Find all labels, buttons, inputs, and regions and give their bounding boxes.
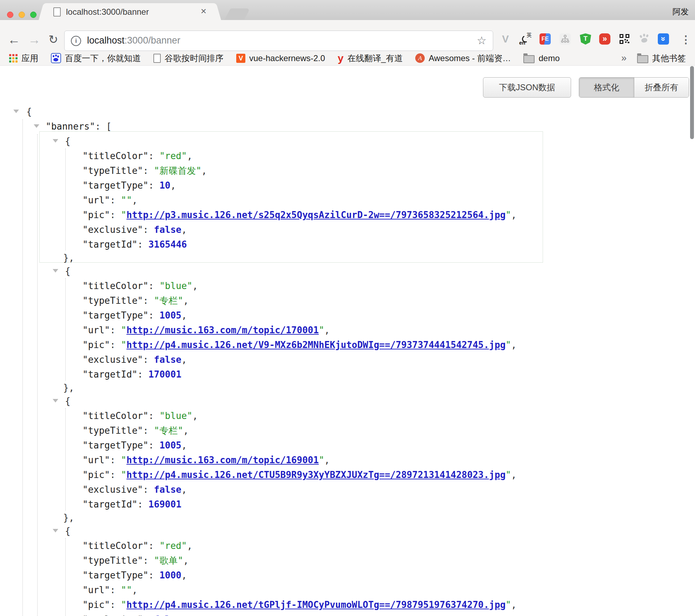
colon: :: [143, 484, 154, 495]
collapse-triangle[interactable]: [53, 529, 58, 532]
comma: ,: [183, 425, 189, 436]
page-icon: [153, 54, 161, 63]
json-key: "typeTitle": [82, 165, 143, 176]
close-window-button[interactable]: [7, 12, 13, 18]
folder-icon: [637, 55, 648, 63]
tab-close-icon[interactable]: ×: [201, 6, 206, 17]
open-brace: {: [65, 526, 71, 536]
json-field-targetId: "targetId": 3165446: [0, 237, 695, 252]
colon: :: [148, 281, 159, 291]
other-bookmarks[interactable]: 其他书签: [637, 53, 686, 64]
json-line-object-close: },: [0, 512, 695, 524]
topic-url-link[interactable]: http://music.163.com/m/topic/170001: [126, 325, 319, 335]
colon: :: [148, 180, 159, 191]
json-boolean-value: false: [154, 614, 181, 616]
collapse-triangle[interactable]: [34, 124, 39, 128]
comma: ,: [511, 470, 517, 480]
json-field-targetId: "targetId": 170001: [0, 367, 695, 382]
comma: ,: [181, 484, 187, 495]
site-info-icon[interactable]: i: [71, 36, 81, 46]
json-field-titleColor: "titleColor": "red",: [0, 149, 695, 163]
collapse-triangle[interactable]: [53, 269, 58, 273]
reload-icon[interactable]: ↻: [48, 33, 58, 46]
bookmark-label: 在线翻译_有道: [348, 53, 403, 64]
new-tab-button[interactable]: [224, 8, 250, 20]
colon: :: [110, 325, 121, 335]
quote: ": [505, 599, 511, 610]
quote: ": [121, 470, 127, 480]
bookmark-folder-demo[interactable]: demo: [523, 53, 560, 63]
topic-url-link[interactable]: http://music.163.com/m/topic/169001: [126, 455, 319, 465]
bookmark-label: 谷歌按时间排序: [165, 53, 224, 64]
translate-extension-icon[interactable]: 英 en: [520, 33, 531, 45]
pic-url-link[interactable]: http://p3.music.126.net/s25q2x5QyqsAzilC…: [126, 210, 505, 220]
paw-pad: [641, 37, 648, 43]
json-line-root-open: {: [0, 104, 695, 119]
colon: :: [110, 340, 121, 350]
address-bar[interactable]: i localhost:3000/banner ☆: [64, 31, 493, 51]
json-field-targetType: "targetType": 1005,: [0, 308, 695, 323]
json-key: "exclusive": [82, 484, 143, 495]
colon: :: [95, 121, 106, 132]
pic-url-link[interactable]: http://p4.music.126.net/V9-MXz6b2MNhEKju…: [126, 340, 505, 350]
sitemap-extension-icon[interactable]: [560, 33, 571, 45]
comma: ,: [192, 281, 198, 291]
paw-toe: [643, 34, 645, 37]
json-number-value: 170001: [148, 369, 181, 380]
comma: ,: [181, 354, 187, 365]
qr-code-icon[interactable]: [619, 33, 630, 45]
fe-extension-icon[interactable]: FE: [540, 33, 551, 45]
collapse-triangle[interactable]: [53, 139, 58, 143]
json-key: "targetId": [82, 499, 138, 510]
json-field-targetId: "targetId": 169001: [0, 497, 695, 512]
comma: ,: [181, 224, 187, 235]
bookmarks-overflow-icon[interactable]: »: [621, 53, 627, 64]
thunder-download-icon[interactable]: »: [658, 33, 669, 45]
json-key: "exclusive": [82, 354, 143, 365]
bookmark-awesomes[interactable]: A Awesomes - 前端资…: [415, 53, 511, 64]
json-number-value: 1005: [159, 310, 181, 321]
bookmark-google-sort[interactable]: 谷歌按时间排序: [153, 53, 224, 64]
json-key: "url": [82, 325, 110, 335]
bookmark-label: 应用: [21, 53, 38, 64]
json-field-titleColor: "titleColor": "red",: [0, 538, 695, 553]
json-field-targetType: "targetType": 1005,: [0, 438, 695, 453]
profile-name[interactable]: 阿发: [673, 6, 689, 17]
colon: :: [143, 354, 154, 365]
zoom-window-button[interactable]: [30, 12, 37, 18]
minimize-window-button[interactable]: [19, 12, 25, 18]
apps-grid-icon: [9, 54, 18, 63]
back-icon[interactable]: ←: [8, 33, 20, 46]
paw-extension-icon[interactable]: [639, 33, 650, 45]
collapse-triangle[interactable]: [13, 110, 19, 113]
json-line-object-close: },: [0, 382, 695, 394]
video-download-icon[interactable]: »: [599, 33, 610, 45]
browser-tab[interactable]: localhost:3000/banner ×: [46, 3, 214, 20]
quote: ": [319, 455, 324, 465]
browser-menu-icon[interactable]: ⋮: [680, 34, 691, 45]
bookmark-star-icon[interactable]: ☆: [477, 34, 486, 47]
json-field-pic: "pic": "http://p3.music.126.net/s25q2x5Q…: [0, 208, 695, 222]
bookmark-youdao[interactable]: y 在线翻译_有道: [338, 53, 403, 64]
vue-devtools-icon[interactable]: V: [500, 33, 511, 45]
json-key: "titleColor": [82, 411, 148, 421]
pic-url-link[interactable]: http://p4.music.126.net/tGPljf-IMOCyPvum…: [126, 599, 505, 610]
comma: ,: [181, 570, 187, 581]
json-key: "titleColor": [82, 151, 148, 161]
tab-title: localhost:3000/banner: [66, 7, 149, 17]
json-key: "titleColor": [82, 540, 148, 551]
bookmark-baidu[interactable]: 百度一下，你就知道: [51, 53, 141, 64]
translate-zh-glyph: 英: [527, 32, 532, 39]
bookmark-apps[interactable]: 应用: [9, 53, 38, 64]
json-field-targetType: "targetType": 10,: [0, 178, 695, 193]
bookmark-vue-hackernews[interactable]: V vue-hackernews-2.0: [236, 53, 325, 63]
pic-url-link[interactable]: http://p4.music.126.net/CTU5B9R9y3XyYBZX…: [126, 470, 505, 480]
json-field-typeTitle: "typeTitle": "歌单",: [0, 553, 695, 568]
json-string-value: "blue": [159, 281, 192, 291]
json-key: "pic": [82, 340, 110, 350]
window-titlebar: localhost:3000/banner × 阿发: [0, 0, 695, 20]
json-key: "url": [82, 455, 110, 465]
collapse-triangle[interactable]: [53, 399, 58, 402]
json-field-typeTitle: "typeTitle": "新碟首发",: [0, 163, 695, 178]
url-text[interactable]: localhost:3000/banner: [87, 35, 180, 46]
